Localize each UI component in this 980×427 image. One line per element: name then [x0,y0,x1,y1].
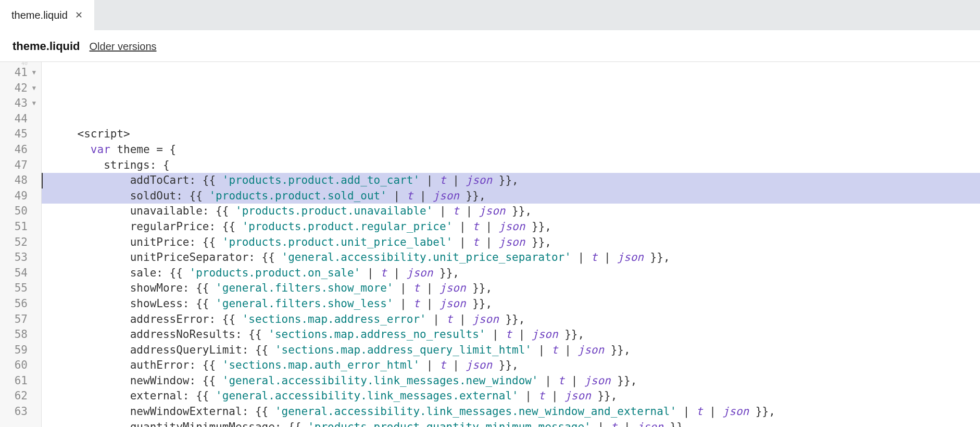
fold-icon[interactable]: ▼ [30,65,36,81]
tab-label: theme.liquid [11,9,68,21]
line-number: 62 [0,388,38,404]
code-editor[interactable]: 40 41▼42▼43▼44 45 46 47 48 49 50 51 52 5… [0,61,980,427]
code-line: unitPriceSeparator: {{ 'general.accessib… [42,250,980,266]
code-area[interactable]: <script> var theme = { strings: { addToC… [42,62,980,427]
line-number: 52 [0,235,38,250]
tab-bar: theme.liquid ✕ [0,0,980,30]
line-number: 59 [0,343,38,358]
code-line: addToCart: {{ 'products.product.add_to_c… [42,173,980,189]
line-number: 40 [0,62,38,65]
code-line: newWindow: {{ 'general.accessibility.lin… [42,373,980,389]
line-number: 61 [0,373,38,389]
code-line: external: {{ 'general.accessibility.link… [42,388,980,404]
line-number: 46 [0,142,38,158]
close-icon[interactable]: ✕ [75,10,83,20]
code-line: unavailable: {{ 'products.product.unavai… [42,204,980,219]
code-line: addressQueryLimit: {{ 'sections.map.addr… [42,343,980,358]
text-cursor [42,173,43,189]
code-line: newWindowExternal: {{ 'general.accessibi… [42,404,980,420]
code-line: addressError: {{ 'sections.map.address_e… [42,312,980,328]
line-number: 60 [0,358,38,373]
line-number-gutter: 40 41▼42▼43▼44 45 46 47 48 49 50 51 52 5… [0,62,42,427]
line-number: 54 [0,266,38,281]
line-number: 56 [0,296,38,312]
fold-icon[interactable]: ▼ [30,96,36,111]
code-line: strings: { [42,158,980,173]
file-title: theme.liquid [12,40,80,53]
code-line: unitPrice: {{ 'products.product.unit_pri… [42,235,980,250]
line-number: 58 [0,327,38,343]
code-line: <script> [42,127,980,142]
line-number: 55 [0,281,38,296]
line-number: 45 [0,127,38,142]
code-line: regularPrice: {{ 'products.product.regul… [42,219,980,235]
line-number: 43▼ [0,96,38,111]
code-line: showMore: {{ 'general.filters.show_more'… [42,281,980,296]
code-line: var theme = { [42,142,980,158]
code-line: quantityMinimumMessage: {{ 'products.pro… [42,420,980,427]
line-number: 49 [0,189,38,204]
line-number: 53 [0,250,38,266]
code-line: addressNoResults: {{ 'sections.map.addre… [42,327,980,343]
line-number: 63 [0,404,38,420]
code-line: showLess: {{ 'general.filters.show_less'… [42,296,980,312]
fold-icon[interactable]: ▼ [30,81,36,96]
code-line: soldOut: {{ 'products.product.sold_out' … [42,189,980,204]
line-number: 41▼ [0,65,38,81]
code-line: authError: {{ 'sections.map.auth_error_h… [42,358,980,373]
line-number: 42▼ [0,81,38,96]
line-number: 57 [0,312,38,328]
line-number: 47 [0,158,38,173]
code-line: sale: {{ 'products.product.on_sale' | t … [42,266,980,281]
file-header: theme.liquid Older versions [0,30,980,61]
line-number: 44 [0,111,38,127]
active-tab[interactable]: theme.liquid ✕ [0,0,94,30]
line-number: 50 [0,204,38,219]
older-versions-link[interactable]: Older versions [90,41,157,53]
line-number: 48 [0,173,38,189]
line-number: 51 [0,219,38,235]
